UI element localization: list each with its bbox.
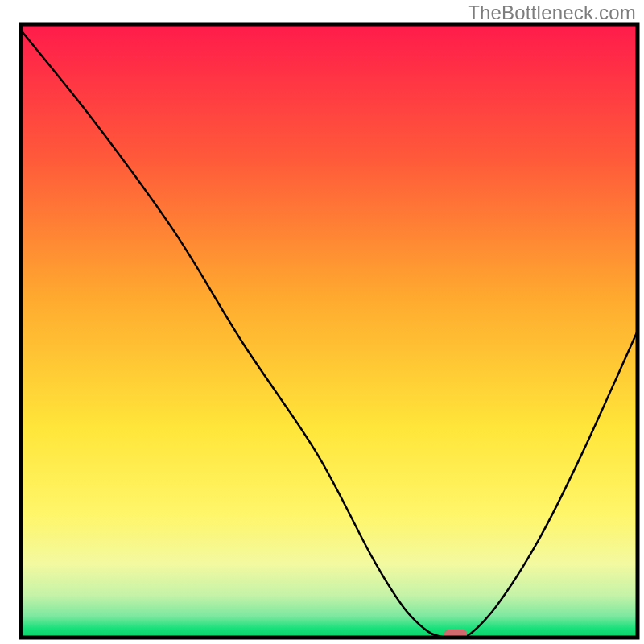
- plot-area: [21, 24, 638, 640]
- chart-container: TheBottleneck.com: [0, 0, 644, 644]
- watermark-text: TheBottleneck.com: [468, 2, 636, 24]
- bottleneck-chart: [0, 0, 644, 644]
- gradient-background: [21, 24, 638, 638]
